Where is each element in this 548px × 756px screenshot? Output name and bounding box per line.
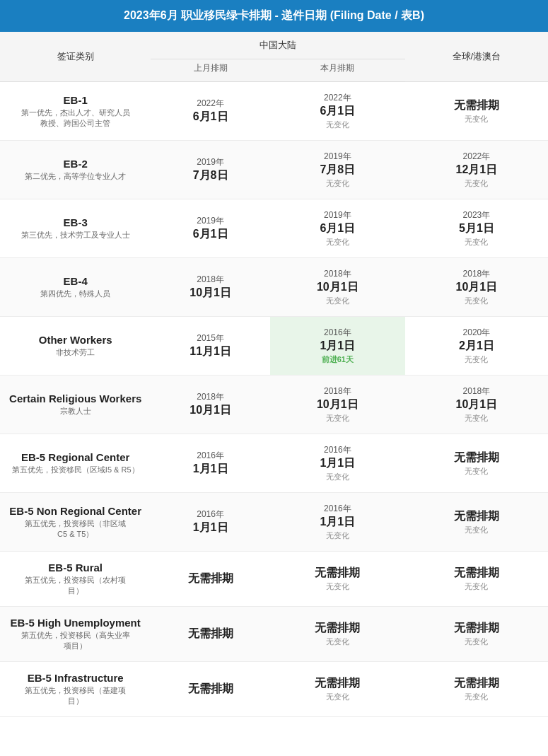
- curr-date: 10月1日: [276, 280, 400, 295]
- curr-change: 无变化: [276, 636, 400, 647]
- global-cell: 无需排期无变化: [405, 82, 548, 141]
- global-change: 无变化: [411, 636, 542, 647]
- global-date: 无需排期: [411, 450, 542, 465]
- table-row: EB-5 Non Regional Center第五优先，投资移民（非区域 C5…: [0, 493, 548, 552]
- curr-year: 2019年: [276, 209, 400, 221]
- curr-change: 前进61天: [276, 354, 400, 365]
- visa-type-header: 签证类别: [0, 32, 151, 82]
- last-date: 无需排期: [156, 627, 264, 641]
- last-month-cell: 2019年7月8日: [151, 141, 269, 199]
- global-cell: 2020年2月1日无变化: [405, 317, 548, 376]
- curr-year: 2019年: [276, 151, 400, 163]
- table-row: EB-3第三优先，技术劳工及专业人士2019年6月1日2019年6月1日无变化2…: [0, 199, 548, 258]
- global-cell: 无需排期无变化: [405, 662, 548, 717]
- visa-table: 签证类别 中国大陆 全球/港澳台 上月排期 本月排期 EB-1第一优先，杰出人才…: [0, 32, 548, 717]
- global-header: 全球/港澳台: [405, 32, 548, 82]
- current-month-cell: 2018年10月1日无变化: [270, 258, 405, 317]
- curr-date: 7月8日: [276, 163, 400, 178]
- visa-name: EB-5 Rural: [6, 562, 145, 574]
- curr-change: 无变化: [276, 413, 400, 424]
- visa-description: 第五优先，投资移民（高失业率 项目）: [6, 630, 145, 651]
- global-change: 无变化: [411, 178, 542, 189]
- curr-year: 2018年: [276, 385, 400, 397]
- global-date: 无需排期: [411, 621, 542, 636]
- last-month-cell: 2022年6月1日: [151, 82, 269, 141]
- curr-change: 无变化: [276, 296, 400, 306]
- visa-type-cell: EB-5 Non Regional Center第五优先，投资移民（非区域 C5…: [0, 493, 151, 552]
- table-body: EB-1第一优先，杰出人才、研究人员 教授、跨国公司主管2022年6月1日202…: [0, 82, 548, 717]
- last-month-cell: 无需排期: [151, 662, 269, 717]
- current-month-cell: 2016年1月1日无变化: [270, 493, 405, 552]
- curr-date: 无需排期: [276, 566, 400, 581]
- global-change: 无变化: [411, 466, 542, 477]
- visa-description: 第三优先，技术劳工及专业人士: [6, 230, 145, 240]
- last-date: 11月1日: [156, 344, 264, 359]
- current-month-cell: 2016年1月1日前进61天: [270, 317, 405, 376]
- visa-type-cell: EB-1第一优先，杰出人才、研究人员 教授、跨国公司主管: [0, 82, 151, 141]
- curr-change: 无变化: [276, 581, 400, 592]
- last-month-cell: 无需排期: [151, 607, 269, 662]
- global-cell: 2023年5月1日无变化: [405, 199, 548, 258]
- global-change: 无变化: [411, 237, 542, 248]
- visa-type-cell: EB-5 Regional Center第五优先，投资移民（区域I5 & R5）: [0, 434, 151, 493]
- last-month-cell: 2016年1月1日: [151, 434, 269, 493]
- visa-type-cell: EB-5 Infrastructure第五优先，投资移民（基建项 目）: [0, 662, 151, 717]
- visa-type-cell: EB-3第三优先，技术劳工及专业人士: [0, 199, 151, 258]
- current-month-cell: 无需排期无变化: [270, 607, 405, 662]
- global-change: 无变化: [411, 413, 542, 424]
- visa-name: EB-4: [6, 275, 145, 287]
- last-date: 10月1日: [156, 286, 264, 301]
- table-row: EB-1第一优先，杰出人才、研究人员 教授、跨国公司主管2022年6月1日202…: [0, 82, 548, 141]
- table-row: Certain Religious Workers宗教人士2018年10月1日2…: [0, 376, 548, 434]
- last-date: 6月1日: [156, 227, 264, 242]
- visa-name: EB-3: [6, 216, 145, 228]
- visa-name: Certain Religious Workers: [6, 392, 145, 405]
- table-row: EB-5 Infrastructure第五优先，投资移民（基建项 目）无需排期无…: [0, 662, 548, 717]
- global-date: 12月1日: [411, 163, 542, 178]
- global-cell: 无需排期无变化: [405, 493, 548, 552]
- visa-name: EB-5 Regional Center: [6, 451, 145, 463]
- visa-description: 第二优先，高等学位专业人才: [6, 171, 145, 182]
- visa-name: EB-5 Infrastructure: [6, 672, 145, 684]
- curr-year: 2022年: [276, 92, 400, 104]
- page-header: 2023年6月 职业移民绿卡排期 - 递件日期 (Filing Date / 表…: [0, 0, 548, 32]
- curr-change: 无变化: [276, 237, 400, 248]
- global-date: 无需排期: [411, 566, 542, 581]
- global-date: 2月1日: [411, 339, 542, 354]
- visa-type-cell: Certain Religious Workers宗教人士: [0, 376, 151, 434]
- last-month-cell: 无需排期: [151, 552, 269, 607]
- table-row: EB-2第二优先，高等学位专业人才2019年7月8日2019年7月8日无变化20…: [0, 141, 548, 199]
- table-row: EB-5 High Unemployment第五优先，投资移民（高失业率 项目）…: [0, 607, 548, 662]
- global-date: 5月1日: [411, 221, 542, 236]
- main-table-container: 签证类别 中国大陆 全球/港澳台 上月排期 本月排期 EB-1第一优先，杰出人才…: [0, 32, 548, 717]
- last-year: 2019年: [156, 215, 264, 227]
- last-date: 6月1日: [156, 110, 264, 124]
- global-cell: 无需排期无变化: [405, 552, 548, 607]
- visa-description: 第五优先，投资移民（非区域 C5 & T5）: [6, 518, 145, 540]
- visa-name: EB-2: [6, 158, 145, 170]
- last-date: 1月1日: [156, 462, 264, 477]
- visa-type-cell: EB-5 Rural第五优先，投资移民（农村项 目）: [0, 552, 151, 607]
- visa-name: EB-1: [6, 94, 145, 106]
- current-month-cell: 无需排期无变化: [270, 662, 405, 717]
- last-year: 2018年: [156, 274, 264, 286]
- visa-type-cell: EB-4第四优先，特殊人员: [0, 258, 151, 317]
- global-change: 无变化: [411, 296, 542, 306]
- last-date: 7月8日: [156, 168, 264, 183]
- curr-change: 无变化: [276, 692, 400, 702]
- visa-type-cell: Other Workers非技术劳工: [0, 317, 151, 376]
- visa-description: 第五优先，投资移民（区域I5 & R5）: [6, 465, 145, 475]
- global-cell: 2018年10月1日无变化: [405, 376, 548, 434]
- visa-name: EB-5 Non Regional Center: [6, 505, 145, 517]
- global-date: 无需排期: [411, 509, 542, 524]
- global-change: 无变化: [411, 692, 542, 702]
- visa-type-cell: EB-2第二优先，高等学位专业人才: [0, 141, 151, 199]
- global-year: 2020年: [411, 327, 542, 339]
- current-month-cell: 无需排期无变化: [270, 552, 405, 607]
- last-year: 2022年: [156, 98, 264, 110]
- global-date: 10月1日: [411, 397, 542, 412]
- current-month-cell: 2018年10月1日无变化: [270, 376, 405, 434]
- last-year: 2018年: [156, 391, 264, 403]
- global-year: 2022年: [411, 151, 542, 163]
- curr-change: 无变化: [276, 530, 400, 541]
